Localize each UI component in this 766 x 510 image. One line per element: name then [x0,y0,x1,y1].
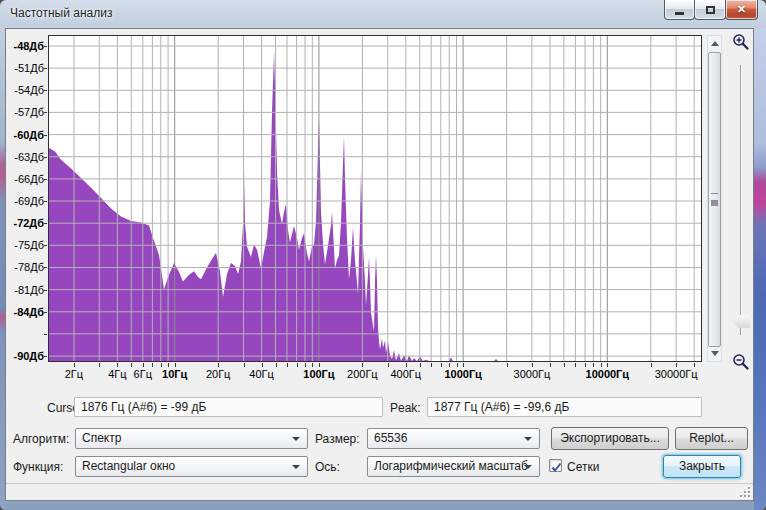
resize-grip[interactable] [740,487,750,497]
scrollbar-grip-icon [711,193,718,200]
x-axis-label: 6Гц [134,368,152,380]
maximize-button[interactable] [694,0,726,20]
scrollbar-up-button[interactable] [708,36,721,51]
dialog-content: -48Дб-51Дб-54Дб-57Дб-60Дб-63Дб-66Дб-69Дб… [5,28,754,501]
spectrum-svg [49,36,701,361]
x-axis-tick [175,363,176,367]
x-axis-label: 4Гц [108,368,126,380]
y-axis-label: -54Дб [14,84,44,96]
export-button[interactable]: Экспортировать... [551,427,669,450]
close-button[interactable]: Закрыть [663,455,741,478]
x-axis-tick [575,363,576,367]
x-axis-tick [168,363,169,367]
spectrum-plot[interactable] [48,35,702,362]
close-window-button[interactable]: ✕ [725,0,758,20]
grids-checkbox[interactable] [549,459,562,472]
y-axis-tick [44,267,47,268]
function-select[interactable]: Rectangular окно [75,456,308,477]
arrow-up-icon [711,41,719,46]
x-axis-tick [564,363,565,367]
x-axis-tick [694,363,695,367]
x-axis-tick [651,363,652,367]
axis-value: Логарифмический масштаб [374,459,528,473]
x-axis-tick [676,363,677,367]
x-axis-tick [532,363,533,367]
algorithm-select[interactable]: Спектр [75,428,308,449]
scrollbar-down-button[interactable] [708,346,721,361]
x-axis-label: 2Гц [65,368,83,380]
x-axis-tick [218,363,219,367]
x-axis-tick [601,363,602,367]
y-axis-label: -84Дб [13,306,44,318]
x-axis-label: 20Гц [206,368,231,380]
y-axis-tick [44,245,47,246]
x-axis-tick [287,363,288,367]
cursor-value-box: 1876 Гц (A#6) = -99 дБ [74,397,383,417]
y-axis-tick [44,68,47,69]
vertical-scrollbar[interactable] [707,35,722,362]
x-axis-label: 10000Гц [586,368,630,380]
size-label: Размер: [315,432,360,446]
dropdown-arrow-icon [292,465,300,469]
y-axis-tick [44,334,47,335]
x-axis-tick [607,363,608,367]
y-axis-label: -75Дб [14,239,44,251]
x-axis-tick [362,363,363,367]
y-axis-tick [44,356,47,357]
status-bar [6,483,753,500]
x-axis-tick [431,363,432,367]
y-axis-tick [44,223,47,224]
x-axis-label: 40Гц [249,368,274,380]
zoom-slider-thumb[interactable] [733,315,750,328]
peak-label: Peak: [390,401,421,415]
y-axis-label: -48Дб [13,40,44,52]
x-axis-label: 200Гц [347,368,378,380]
x-axis-tick [161,363,162,367]
zoom-in-icon[interactable] [732,33,750,51]
y-axis-label: -57Дб [14,106,44,118]
x-axis-tick [131,363,132,367]
grids-label: Сетки [567,460,599,474]
dropdown-arrow-icon [292,437,300,441]
x-axis-label: 1000Гц [444,368,481,380]
algorithm-value: Спектр [82,431,121,445]
axis-select[interactable]: Логарифмический масштаб [367,456,540,477]
function-value: Rectangular окно [82,459,175,473]
y-axis-label: -60Дб [13,129,44,141]
x-axis-tick [449,363,450,367]
zoom-out-icon[interactable] [732,353,750,371]
arrow-down-icon [711,351,719,356]
x-axis-label: 100Гц [303,368,334,380]
x-axis-tick [593,363,594,367]
minimize-button[interactable] [664,0,695,20]
axis-label: Ось: [315,460,340,474]
maximize-icon [706,6,715,14]
x-axis-tick [152,363,153,367]
replot-button[interactable]: Replot... [675,427,748,450]
x-axis-tick [319,363,320,367]
titlebar[interactable]: Частотный анализ ✕ [0,0,766,28]
minimize-icon [675,12,684,15]
x-axis-tick [550,363,551,367]
scrollbar-thumb[interactable] [708,52,721,347]
close-icon: ✕ [737,4,746,15]
x-axis-tick [99,363,100,367]
check-icon [550,461,563,474]
x-axis-tick [262,363,263,367]
x-axis-tick [441,363,442,367]
x-axis-tick [244,363,245,367]
y-axis-label: -69Дб [14,195,44,207]
x-axis-tick [388,363,389,367]
algorithm-label: Алгоритм: [13,432,69,446]
y-axis-tick [44,201,47,202]
y-axis-tick [44,135,47,136]
y-axis-tick [44,157,47,158]
x-axis-label: 10Гц [162,368,187,380]
y-axis-tick [44,112,47,113]
y-axis-tick [44,46,47,47]
size-select[interactable]: 65536 [367,428,540,449]
y-axis: -48Дб-51Дб-54Дб-57Дб-60Дб-63Дб-66Дб-69Дб… [6,35,47,364]
function-label: Функция: [13,460,63,474]
x-axis-label: 3000Гц [514,368,551,380]
zoom-slider-track[interactable] [740,65,742,335]
